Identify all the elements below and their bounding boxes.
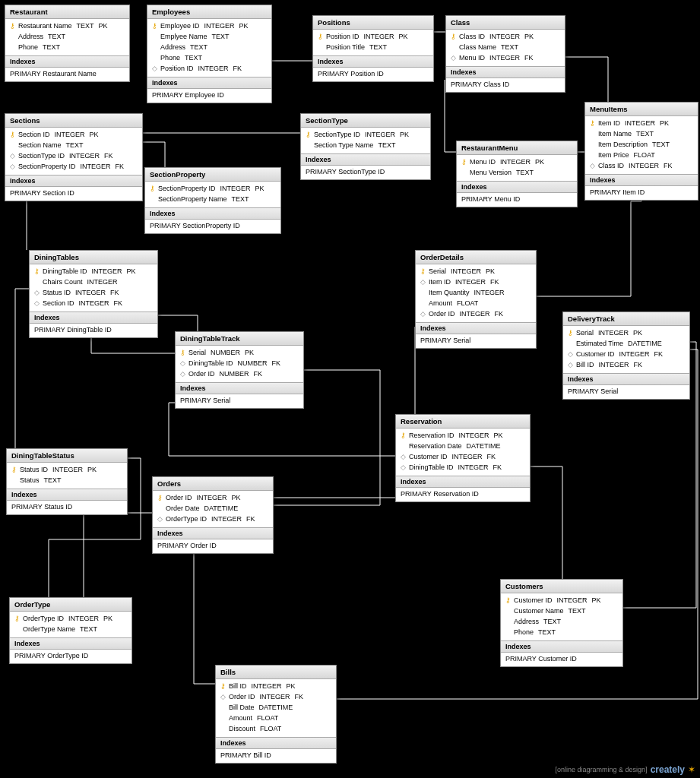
column-type: TEXT [77,21,94,30]
column-name: Phone [514,628,534,637]
column-name: Menu Version [470,168,512,177]
column-row: StatusTEXT [7,475,127,485]
indexes-header: Indexes [5,176,142,187]
entity-reservation[interactable]: Reservation⚷Reservation IDINTEGERPKReser… [395,414,531,502]
column-type: TEXT [652,140,670,149]
entity-title[interactable]: RestaurantMenu [457,141,577,155]
column-name: DiningTable ID [188,359,233,368]
column-name: Class ID [598,161,624,170]
entity-class[interactable]: Class⚷Class IDINTEGERPKClass NameTEXT◇Me… [445,15,565,93]
entity-orderdetails[interactable]: OrderDetails⚷SerialINTEGERPK◇Item IDINTE… [415,250,537,349]
entity-ordertype[interactable]: OrderType⚷OrderType IDINTEGERPKOrderType… [9,597,132,664]
foreign-key-icon: ◇ [150,64,158,73]
index-row: PRIMARY Class ID [446,78,565,92]
column-row: PhoneTEXT [501,627,622,637]
column-list: ⚷SectionProperty IDINTEGERPKSectionPrope… [145,182,280,207]
column-row: ◇SectionProperty IDINTEGERFK [5,161,142,172]
column-row: ◇OrderType IDINTEGERFK [153,514,273,524]
entity-title[interactable]: DiningTables [30,251,157,264]
column-extra: PK [232,493,241,502]
entity-title[interactable]: SectionProperty [145,168,280,182]
column-row: ⚷SerialNUMBERPK [176,347,303,358]
column-extra: FK [495,309,504,318]
column-row: ◇Section IDINTEGERFK [30,298,157,308]
entity-positions[interactable]: Positions⚷Position IDINTEGERPKPosition T… [312,15,434,82]
column-extra: PK [87,465,97,474]
column-name: Phone [160,53,180,62]
column-row: ⚷Class IDINTEGERPK [446,31,565,42]
entity-title[interactable]: Positions [313,16,433,30]
column-name: Order ID [188,369,215,378]
entity-title[interactable]: DiningTableTrack [176,332,303,346]
entity-title[interactable]: Customers [501,580,622,593]
column-row: DiscountFLOAT [216,723,336,734]
column-type: TEXT [212,32,230,41]
column-type: INTEGER [619,349,650,359]
entity-title[interactable]: OrderDetails [416,251,536,264]
column-row: ◇Customer IDINTEGERFK [563,349,689,359]
key-icon: ⚷ [13,614,21,623]
column-row: ◇Customer IDINTEGERFK [396,451,530,462]
column-name: Section ID [18,130,50,139]
entity-restaurant[interactable]: Restaurant⚷Restaurant NameTEXTPKAddressT… [5,5,130,82]
column-name: Item Description [598,140,648,149]
entity-title[interactable]: Sections [5,114,142,128]
column-row: Section NameTEXT [5,140,142,150]
indexes-header: Indexes [7,489,127,501]
index-row: PRIMARY SectionProperty ID [145,220,280,233]
entity-title[interactable]: Class [446,16,565,30]
column-type: INTEGER [81,162,111,171]
entity-bills[interactable]: Bills⚷Bill IDINTEGERPK◇Order IDINTEGERFK… [215,665,337,764]
entity-title[interactable]: Bills [216,666,336,679]
indexes-header: Indexes [5,56,129,68]
entity-title[interactable]: MenuItems [585,103,698,116]
column-type: FLOAT [457,299,478,308]
column-extra: FK [110,288,119,297]
column-name: Amount [429,299,452,308]
column-name: Menu ID [459,53,485,62]
column-row: ◇Bill IDINTEGERFK [563,359,689,370]
entity-diningtablestatus[interactable]: DiningTableStatus⚷Status IDINTEGERPKStat… [6,448,128,515]
column-type: TEXT [538,628,556,637]
connector-line [84,513,152,597]
column-type: TEXT [43,43,60,52]
index-row: PRIMARY Serial [176,394,303,408]
column-type: FLOAT [260,724,281,733]
foreign-key-icon: ◇ [33,299,40,308]
column-type: INTEGER [598,328,629,337]
entity-title[interactable]: Employees [147,5,271,19]
entity-title[interactable]: Orders [153,477,273,491]
entity-orders[interactable]: Orders⚷Order IDINTEGERPKOrder DateDATETI… [152,476,274,554]
column-name: Emplyee Name [160,32,207,41]
entity-menuitems[interactable]: MenuItems⚷Item IDINTEGERPKItem NameTEXTI… [584,102,698,201]
entity-title[interactable]: DiningTableStatus [7,449,127,463]
entity-title[interactable]: DeliveryTrack [563,312,689,326]
entity-restaurantmenu[interactable]: RestaurantMenu⚷Menu IDINTEGERPKMenu Vers… [456,141,578,207]
index-row: PRIMARY Order ID [153,539,273,553]
entity-title[interactable]: Reservation [396,415,530,429]
entity-sectiontype[interactable]: SectionType⚷SectionType IDINTEGERPKSecti… [300,113,431,180]
entity-title[interactable]: Restaurant [5,5,129,19]
column-name: Status ID [20,465,48,474]
column-type: INTEGER [75,288,106,297]
indexes-header: Indexes [10,638,131,650]
entity-sectionproperty[interactable]: SectionProperty⚷SectionProperty IDINTEGE… [144,167,281,234]
entity-diningtabletrack[interactable]: DiningTableTrack⚷SerialNUMBERPK◇DiningTa… [175,331,304,409]
entity-sections[interactable]: Sections⚷Section IDINTEGERPKSection Name… [5,113,143,201]
foreign-key-icon: ◇ [179,369,186,378]
entity-title[interactable]: OrderType [10,598,131,612]
index-row: PRIMARY Bill ID [216,749,336,763]
entity-employees[interactable]: Employees⚷Employee IDINTEGERPKEmplyee Na… [147,5,272,103]
entity-diningtables[interactable]: DiningTables⚷DiningTable IDINTEGERPKChai… [29,250,158,338]
foreign-key-icon: ◇ [419,277,426,286]
index-row: PRIMARY Position ID [313,68,433,81]
entity-customers[interactable]: Customers⚷Customer IDINTEGERPKCustomer N… [500,579,623,667]
key-icon: ⚷ [588,119,596,128]
entity-title[interactable]: SectionType [301,114,430,128]
key-icon: ⚷ [304,130,312,139]
key-icon: ⚷ [399,431,407,440]
entity-deliverytrack[interactable]: DeliveryTrack⚷SerialINTEGERPKEstimated T… [562,312,690,400]
indexes-header: Indexes [147,77,271,89]
column-row: ◇Menu IDINTEGERFK [446,52,565,63]
column-name: Status ID [43,288,71,297]
